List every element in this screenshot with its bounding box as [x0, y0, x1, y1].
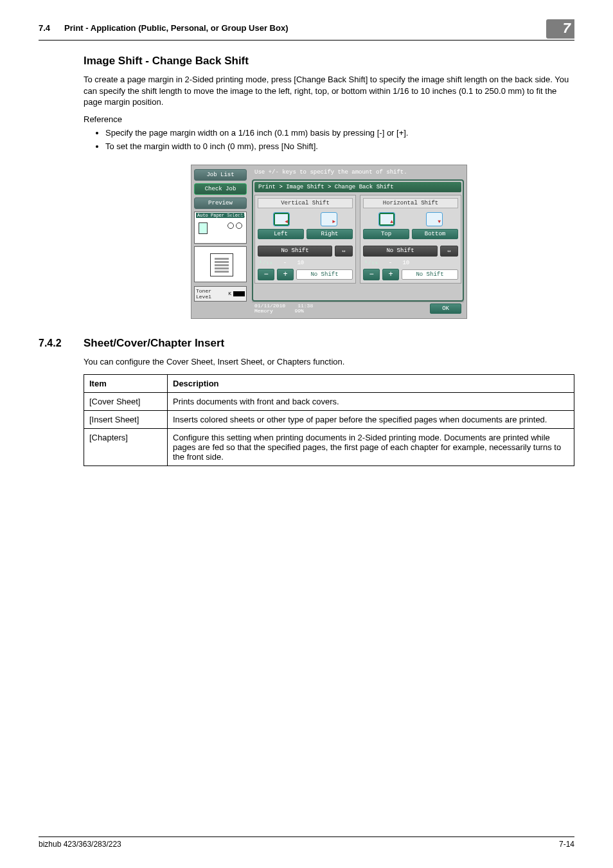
item-description-table: Item Description [Cover Sheet] Prints do…: [84, 374, 574, 466]
reference-list: Specify the page margin width on a 1/16 …: [84, 127, 574, 153]
th-item: Item: [84, 374, 168, 392]
table-header-row: Item Description: [84, 374, 574, 392]
section-title: Print - Application (Public, Personal, o…: [64, 23, 288, 33]
zoom-icons[interactable]: [227, 222, 242, 229]
status-date: 01/11/2010: [254, 303, 285, 309]
screenshot-main: Use +/- keys to specify the amount of sh…: [249, 165, 466, 319]
image-shift-description: To create a page margin in 2-Sided print…: [84, 74, 574, 108]
cell-desc: Configure this setting when printing doc…: [168, 428, 574, 466]
page-footer: bizhub 423/363/283/223 7-14: [39, 836, 574, 849]
vertical-shift-panel: Vertical Shift ◄ ► Left Right: [254, 195, 356, 284]
horiz-swap-button[interactable]: ⇔: [440, 246, 458, 257]
horizontal-shift-title: Horizontal Shift: [363, 198, 458, 208]
subsection-description: You can configure the Cover Sheet, Inser…: [84, 356, 574, 368]
reference-label: Reference: [84, 114, 574, 124]
footer-model: bizhub 423/363/283/223: [39, 840, 121, 849]
toner-label: Toner Level: [196, 288, 226, 300]
status-time: 11:38: [298, 303, 313, 309]
vert-no-shift-button[interactable]: No Shift: [258, 246, 332, 257]
horiz-range: ¹⁄₁₆ - 10: [363, 259, 458, 269]
shift-left-icon[interactable]: ◄: [273, 212, 290, 226]
preview-info: Auto Paper Select 100.0%: [194, 212, 247, 244]
section-number: 7.4: [39, 23, 50, 33]
breadcrumb: Print > Image Shift > Change Back Shift: [254, 182, 461, 192]
chapter-tab: 7: [546, 19, 574, 39]
status-bar: 01/11/2010 11:38 Memory 99%: [254, 303, 313, 315]
vert-minus-button[interactable]: −: [258, 269, 274, 280]
vert-plus-button[interactable]: +: [277, 269, 294, 280]
vert-no-shift-display: No Shift: [296, 269, 353, 280]
check-job-tab[interactable]: Check Job: [194, 183, 247, 195]
shift-top-icon[interactable]: ▲: [378, 212, 395, 226]
horizontal-shift-panel: Horizontal Shift ▲ ▼ Top Bottom: [360, 195, 461, 284]
horiz-no-shift-display: No Shift: [402, 269, 458, 280]
vert-swap-button[interactable]: ⇔: [335, 246, 353, 257]
panel-screenshot: Job List Check Job Preview Auto Paper Se…: [191, 165, 467, 320]
cell-desc: Inserts colored sheets or other type of …: [168, 410, 574, 428]
table-row: [Insert Sheet] Inserts colored sheets or…: [84, 410, 574, 428]
ref-bullet-2: To set the margin width to 0 inch (0 mm)…: [105, 140, 574, 153]
page-header: 7.4 Print - Application (Public, Persona…: [39, 23, 574, 41]
screenshot-sidebar: Job List Check Job Preview Auto Paper Se…: [191, 165, 249, 319]
ref-bullet-1: Specify the page margin width on a 1/16 …: [105, 127, 574, 140]
page-icon: [210, 253, 233, 276]
memory-label: Memory: [254, 308, 273, 314]
subsection-title: Sheet/Cover/Chapter Insert: [84, 337, 224, 350]
zoom-value: 100.0%: [226, 213, 245, 219]
instruction-text: Use +/- keys to specify the amount of sh…: [252, 168, 464, 179]
horiz-plus-button[interactable]: +: [382, 269, 399, 280]
doc-icon: [199, 222, 208, 234]
top-button[interactable]: Top: [363, 229, 409, 239]
shift-bottom-icon[interactable]: ▼: [426, 212, 443, 226]
vertical-shift-title: Vertical Shift: [258, 198, 353, 208]
horiz-no-shift-button[interactable]: No Shift: [363, 246, 438, 257]
page-thumbnail: [194, 246, 247, 282]
shift-right-icon[interactable]: ►: [321, 212, 337, 226]
memory-value: 99%: [294, 308, 303, 314]
cell-item: [Cover Sheet]: [84, 392, 168, 410]
job-list-tab[interactable]: Job List: [194, 169, 247, 181]
toner-level: Toner Level K: [194, 286, 247, 302]
horiz-minus-button[interactable]: −: [363, 269, 380, 280]
preview-tab[interactable]: Preview: [194, 197, 247, 209]
table-row: [Chapters] Configure this setting when p…: [84, 428, 574, 466]
cell-item: [Chapters]: [84, 428, 168, 466]
heading-image-shift: Image Shift - Change Back Shift: [84, 55, 574, 68]
cell-item: [Insert Sheet]: [84, 410, 168, 428]
table-row: [Cover Sheet] Prints documents with fron…: [84, 392, 574, 410]
ok-button[interactable]: OK: [430, 303, 461, 314]
left-button[interactable]: Left: [258, 229, 304, 239]
th-description: Description: [168, 374, 574, 392]
right-button[interactable]: Right: [306, 229, 353, 239]
cell-desc: Prints documents with front and back cov…: [168, 392, 574, 410]
toner-bar-icon: [233, 291, 245, 296]
footer-page: 7-14: [559, 840, 574, 849]
subsection-number: 7.4.2: [39, 338, 84, 349]
vert-range: ¹⁄₁₆ - 10: [258, 259, 353, 269]
toner-k: K: [228, 291, 231, 296]
bottom-button[interactable]: Bottom: [412, 229, 458, 239]
